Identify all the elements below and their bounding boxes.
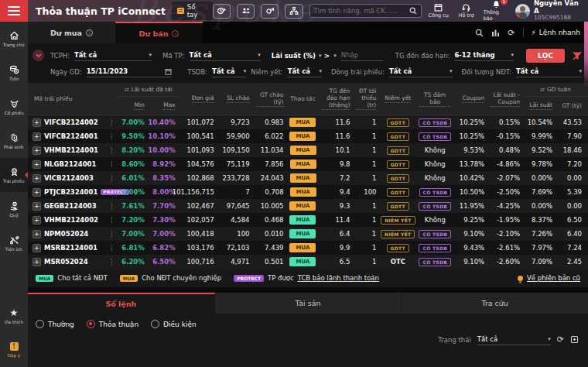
row-menu-icon[interactable]: ⋮	[108, 160, 115, 168]
refresh-icon[interactable]: ⟳	[508, 28, 514, 38]
row-menu-icon[interactable]: ⋮	[108, 258, 115, 266]
status-select[interactable]: Tất cả ▾	[477, 334, 551, 345]
table-row[interactable]: + NPM052024 ⋮ 7.00% 7.00% 100,418 100 0.…	[28, 227, 588, 241]
buy-button[interactable]: MUA	[289, 229, 316, 238]
quick-order-button[interactable]: ⚡ Lệnh nhanh	[532, 29, 580, 36]
expand-button[interactable]: +	[32, 146, 41, 155]
expand-button[interactable]: +	[32, 132, 41, 141]
row-menu-icon[interactable]: ⋮	[108, 230, 115, 238]
user-menu[interactable]: Nguyễn Văn A 105C995188	[515, 0, 583, 22]
expand-button[interactable]: +	[32, 174, 41, 183]
rate-filter-select[interactable]: Lãi suất (%) ▾	[272, 50, 320, 61]
issuer-filter-select[interactable]: Tất cả ▾	[74, 50, 152, 61]
rate-input[interactable]	[341, 50, 383, 61]
maturity-filter-select[interactable]: 6-12 tháng ▾	[454, 50, 514, 61]
row-menu-icon[interactable]: ⋮	[108, 244, 115, 252]
table-row[interactable]: + MSRB2124001 ⋮ 6.81% 6.82% 103,176 72,1…	[28, 241, 588, 255]
buy-button[interactable]: MUA	[290, 146, 316, 155]
export-icon[interactable]	[570, 335, 579, 344]
row-menu-icon[interactable]: ⋮	[108, 146, 115, 154]
sidebar-item-money[interactable]: Tiền	[0, 56, 28, 90]
filter-apply-button[interactable]: LỌC	[526, 49, 565, 63]
table-row[interactable]: + VICB2124003 ⋮ 6.01% 8.35% 102,868 233,…	[28, 171, 588, 185]
sidebar-item-stocks[interactable]: Cổ phiếu	[0, 90, 28, 124]
expand-button[interactable]: +	[32, 230, 41, 238]
buy-button[interactable]: MUA	[289, 243, 316, 252]
hamburger-menu-icon[interactable]	[0, 0, 28, 22]
tcb-guarantee-link[interactable]: TCB bảo lãnh thanh toán	[298, 274, 379, 282]
swap-icon[interactable]: ⇄	[540, 87, 545, 93]
collateral-filter-select[interactable]: Tất cả ▾	[212, 66, 246, 77]
table-row[interactable]: + VIFCB2124002 ⋮ 7.00% 10.40% 101,072 9,…	[28, 115, 588, 129]
bond-line-filter-select[interactable]: Tất cả ▾	[389, 66, 453, 77]
global-search[interactable]	[309, 4, 422, 18]
radio-thoa-thuan[interactable]: Thỏa thuận	[87, 320, 138, 328]
sidebar-item-utilities[interactable]: Tiện ích	[0, 226, 28, 260]
expand-button[interactable]: +	[32, 202, 41, 211]
trade-date-input[interactable]: 15/11/2023	[87, 66, 173, 77]
search-icon[interactable]	[475, 29, 484, 37]
rate-operator-select[interactable]: > ▾	[324, 52, 337, 60]
sidebar-item-derivatives[interactable]: Phái sinh	[0, 124, 28, 158]
sidebar-item-favorites[interactable]: ★ Ưa thích	[0, 299, 28, 333]
radio-thuong[interactable]: Thường	[36, 320, 74, 328]
tab-du-mua[interactable]: Dư mua i	[28, 22, 115, 43]
sidebar-item-bonds[interactable]: Trái phiếu	[0, 158, 28, 192]
old-version-link[interactable]: Về phiên bản cũ	[518, 274, 580, 282]
watch-history-icon[interactable]	[213, 4, 231, 19]
hierarchy-icon[interactable]	[285, 4, 303, 19]
expand-button[interactable]: +	[32, 160, 41, 169]
notebook-badge[interactable]: Sổ tay	[172, 2, 213, 20]
expand-button[interactable]: +	[32, 188, 41, 197]
table-row[interactable]: + VHMB2124002 ⋮ 7.20% 7.30% 102,057 4,58…	[28, 213, 588, 227]
table-row[interactable]: + NLGB2124001 ⋮ 8.60% 8.92% 104,576 75,1…	[28, 157, 588, 171]
community-icon[interactable]	[237, 4, 255, 19]
tab-tai-san[interactable]: Tài sản	[215, 293, 402, 314]
sidebar-item-funds[interactable]: Quỹ	[0, 192, 28, 226]
tab-so-lenh[interactable]: Sổ lệnh	[28, 293, 215, 314]
radio-dieu-kien[interactable]: Điều kiện	[151, 320, 197, 328]
expand-button[interactable]: +	[32, 258, 41, 266]
buy-button[interactable]: MUA	[289, 132, 316, 141]
table-row[interactable]: + GEGB2124003 ⋮ 7.61% 7.70% 102,467 97,6…	[28, 199, 588, 213]
row-menu-icon[interactable]: ⋮	[108, 118, 115, 126]
buy-button[interactable]: MUA	[290, 159, 316, 169]
expand-button[interactable]: +	[32, 244, 41, 252]
buy-button[interactable]: MUA	[289, 201, 316, 211]
buy-button[interactable]: MUA	[289, 215, 316, 225]
row-menu-icon[interactable]: ⋮	[108, 202, 115, 210]
row-menu-icon[interactable]: ⋮	[108, 174, 115, 182]
notifications-button[interactable]: 1 Thông báo	[484, 0, 509, 22]
bond-code-filter-select[interactable]: Tất cả ▾	[190, 50, 261, 61]
listing-filter-select[interactable]: Tất cả ▾	[288, 66, 322, 77]
money-transfer-icon[interactable]	[261, 4, 279, 19]
bond-code: VICB2124003	[44, 174, 94, 182]
collapse-filters-button[interactable]	[32, 50, 44, 61]
support-button[interactable]: Hỗ trợ	[456, 3, 477, 19]
sidebar-item-feedback[interactable]: ! Góp ý	[0, 333, 28, 367]
buy-button[interactable]: MUA	[290, 173, 316, 183]
sidebar-item-home[interactable]: Trang chủ	[0, 22, 28, 56]
table-row[interactable]: + PTJCB2324001 PROTECT ⋮ 8.00% 8.00% 101…	[28, 185, 588, 199]
clear-filter-icon[interactable]	[573, 51, 582, 60]
tools-button[interactable]: Công cụ	[428, 3, 450, 19]
search-input[interactable]	[314, 7, 406, 15]
buy-button[interactable]: MUA	[289, 257, 316, 266]
buy-button[interactable]: MUA	[289, 118, 316, 127]
radio-icon	[151, 320, 159, 328]
tab-du-ban[interactable]: Dư bán i	[115, 22, 203, 43]
column-chart-icon[interactable]	[491, 29, 500, 37]
row-menu-icon[interactable]: ⋮	[108, 132, 115, 140]
tab-tra-cuu[interactable]: Tra cứu	[402, 293, 588, 314]
table-row[interactable]: + VHMB2124001 ⋮ 8.20% 10.00% 101,093 109…	[28, 143, 588, 157]
expand-button[interactable]: +	[32, 216, 41, 225]
swap-icon[interactable]: ⇄	[125, 87, 129, 93]
refresh-icon[interactable]: ⟳	[557, 334, 564, 345]
row-menu-icon[interactable]: ⋮	[108, 216, 115, 224]
buy-button[interactable]: MUA	[290, 187, 316, 197]
table-row[interactable]: + VIFCB2124001 ⋮ 9.50% 10.10% 100,541 59…	[28, 129, 588, 143]
listing-badge: GDTT	[387, 202, 409, 211]
expand-button[interactable]: +	[32, 118, 41, 127]
investor-filter-select[interactable]: Tất cả ▾	[516, 66, 582, 77]
table-row[interactable]: + MSR052024 ⋮ 6.20% 6.50% 100,716 4,971 …	[28, 255, 588, 269]
